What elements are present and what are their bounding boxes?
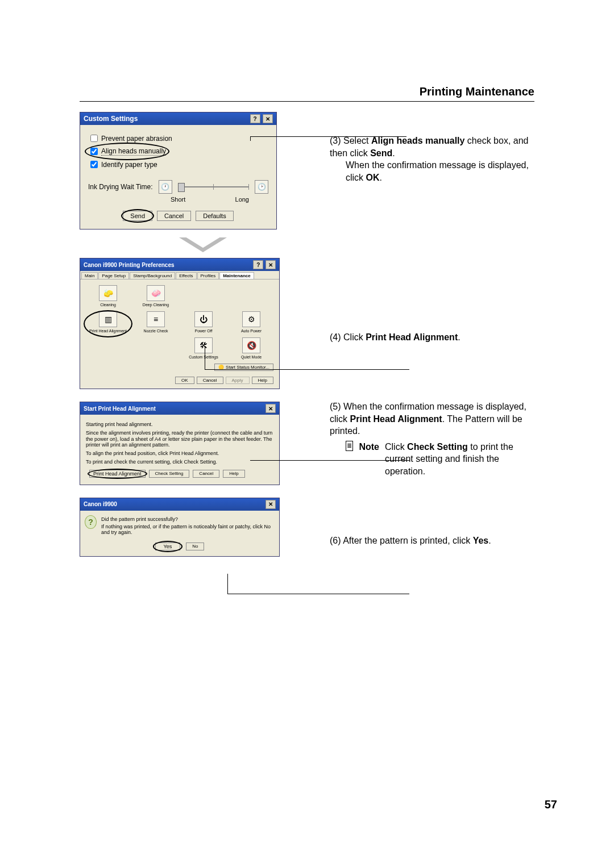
close-icon[interactable]: ✕: [263, 114, 273, 123]
dialog-text: To print and check the current setting, …: [86, 459, 273, 465]
print-head-alignment-button[interactable]: ▥ Print Head Alignment: [86, 311, 130, 333]
ink-long-icon: 🕑: [255, 180, 268, 194]
cancel-button[interactable]: Cancel: [197, 377, 223, 384]
deep-cleaning-button[interactable]: 🧼 Deep Cleaning: [134, 285, 178, 307]
note-text: Click Check Setting to print the current…: [385, 441, 534, 478]
dialog-title: Start Print Head Alignment: [84, 406, 156, 412]
question-icon: ?: [85, 515, 97, 529]
dialog-title: Canon i9900 Printing Preferences: [84, 262, 175, 268]
align-heads-manually-label: Align heads manually: [101, 147, 166, 156]
page-title: Printing Maintenance: [420, 85, 534, 98]
custom-settings-dialog: Custom Settings ? ✕ Prevent paper abrasi…: [80, 112, 277, 229]
note-icon: ≣: [346, 441, 353, 451]
defaults-button[interactable]: Defaults: [196, 211, 233, 221]
send-button[interactable]: Send: [123, 211, 152, 221]
apply-button[interactable]: Apply: [226, 377, 250, 384]
help-button[interactable]: Help: [252, 377, 273, 384]
close-icon[interactable]: ✕: [265, 404, 276, 413]
yes-button[interactable]: Yes: [155, 542, 181, 550]
help-icon[interactable]: ?: [250, 114, 260, 123]
cancel-button[interactable]: Cancel: [193, 470, 219, 478]
identify-paper-type-label: Identify paper type: [101, 161, 157, 169]
tab-stamp-background[interactable]: Stamp/Background: [130, 272, 175, 279]
prevent-abrasion-checkbox[interactable]: [90, 135, 98, 142]
note-label: Note: [359, 441, 379, 453]
custom-settings-button[interactable]: 🛠 Custom Settings: [181, 337, 226, 359]
identify-paper-type-checkbox[interactable]: [90, 161, 98, 168]
dialog-text: If nothing was printed, or if the patter…: [101, 524, 275, 536]
tabs-row: Main Page Setup Stamp/Background Effects…: [80, 271, 279, 279]
start-print-head-alignment-dialog: Start Print Head Alignment ✕ Starting pr…: [80, 402, 280, 485]
help-icon[interactable]: ?: [253, 260, 263, 269]
power-off-button[interactable]: ⏻ Power Off: [181, 311, 226, 333]
dialog-text: To align the print head position, click …: [86, 450, 273, 457]
slider-long-label: Long: [235, 196, 249, 203]
prevent-abrasion-label: Prevent paper abrasion: [101, 135, 172, 143]
dialog-title: Canon i9900: [84, 501, 117, 507]
step-6: (6) After the pattern is printed, click …: [330, 535, 534, 547]
status-monitor-button[interactable]: 🟡 Start Status Monitor...: [214, 364, 273, 371]
dialog-text: Since the alignment involves printing, r…: [86, 430, 273, 448]
ink-drying-slider[interactable]: [178, 186, 249, 187]
tab-main[interactable]: Main: [81, 272, 98, 279]
close-icon[interactable]: ✕: [265, 500, 276, 509]
tab-maintenance[interactable]: Maintenance: [219, 272, 254, 279]
step-5: (5) When the confirmation message is dis…: [330, 400, 534, 478]
check-setting-button[interactable]: Check Setting: [149, 470, 190, 478]
step-4: (4) Click Print Head Alignment.: [330, 331, 534, 344]
quiet-mode-button[interactable]: 🔇 Quiet Mode: [229, 337, 273, 359]
page-number: 57: [545, 798, 557, 811]
pattern-confirm-dialog: Canon i9900 ✕ ? Did the pattern print su…: [80, 498, 280, 557]
nozzle-check-button[interactable]: ≡ Nozzle Check: [134, 311, 178, 333]
no-button[interactable]: No: [186, 542, 204, 550]
tab-effects[interactable]: Effects: [176, 272, 196, 279]
dialog-title: Custom Settings: [84, 115, 138, 123]
ink-short-icon: 🕐: [159, 180, 172, 194]
tab-profiles[interactable]: Profiles: [197, 272, 219, 279]
cleaning-button[interactable]: 🧽 Cleaning: [86, 285, 130, 307]
tab-page-setup[interactable]: Page Setup: [98, 272, 129, 279]
ok-button[interactable]: OK: [175, 377, 194, 384]
print-head-alignment-button[interactable]: Print Head Alignment: [89, 470, 146, 478]
step-3: (3) Select Align heads manually check bo…: [330, 135, 534, 183]
help-button[interactable]: Help: [223, 470, 244, 478]
cancel-button[interactable]: Cancel: [157, 211, 191, 221]
slider-short-label: Short: [171, 196, 185, 203]
dialog-text: Starting print head alignment.: [86, 422, 273, 428]
close-icon[interactable]: ✕: [265, 260, 276, 269]
auto-power-button[interactable]: ⚙ Auto Power: [229, 311, 273, 333]
ink-drying-wait-label: Ink Drying Wait Time:: [88, 183, 153, 191]
align-heads-manually-checkbox[interactable]: [90, 148, 98, 155]
dialog-text: Did the pattern print successfully?: [101, 516, 275, 523]
